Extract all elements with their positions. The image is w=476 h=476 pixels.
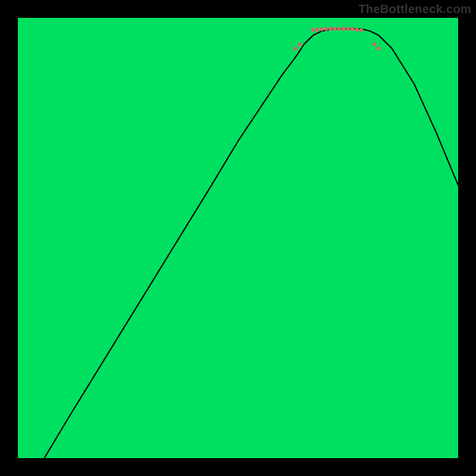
watermark-text: TheBottleneck.com <box>358 2 471 16</box>
marker-dot <box>346 27 350 30</box>
marker-dot <box>337 27 341 30</box>
marker-dot <box>350 27 354 30</box>
chart-svg <box>18 18 458 458</box>
marker-dot <box>315 28 319 32</box>
marker-dot <box>311 28 315 32</box>
marker-dot <box>328 27 332 30</box>
marker-dot <box>355 28 359 32</box>
marker-dot <box>342 27 345 30</box>
marker-dot <box>293 47 297 51</box>
marker-dot <box>298 42 301 46</box>
chart-container: TheBottleneck.com <box>0 0 476 476</box>
marker-dot <box>320 27 323 31</box>
plot-area <box>18 18 458 458</box>
marker-dot <box>333 27 337 30</box>
marker-dot <box>372 42 376 46</box>
marker-dot <box>377 47 381 51</box>
marker-dot <box>324 27 328 30</box>
marker-dot <box>359 29 363 32</box>
